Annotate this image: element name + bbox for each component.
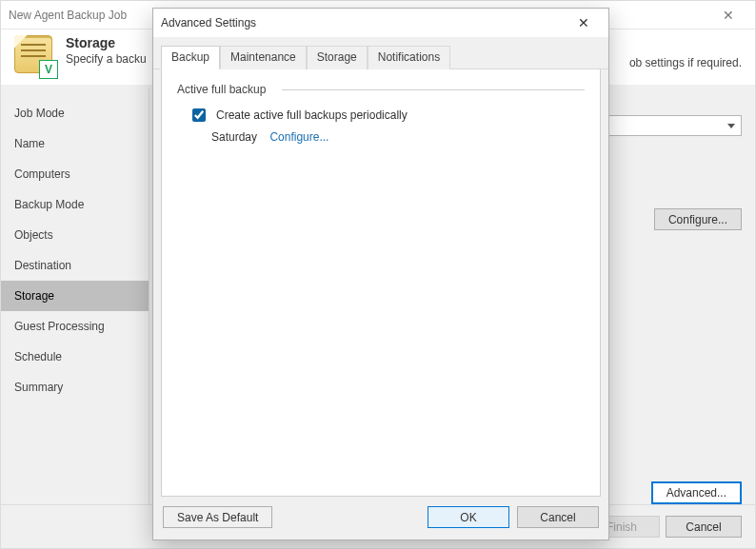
nav-item-summary[interactable]: Summary <box>1 372 149 402</box>
nav-item-guest-processing[interactable]: Guest Processing <box>1 311 149 342</box>
active-full-backup-group: Active full backup Create active full ba… <box>177 83 585 144</box>
wizard-nav: Job Mode Name Computers Backup Mode Obje… <box>1 88 149 504</box>
ok-button[interactable]: OK <box>428 506 509 528</box>
nav-item-name[interactable]: Name <box>1 128 149 159</box>
tab-backup[interactable]: Backup <box>161 46 220 69</box>
nav-item-destination[interactable]: Destination <box>1 250 149 281</box>
page-subtitle-right: ob settings if required. <box>629 56 742 69</box>
save-as-default-button[interactable]: Save As Default <box>163 506 272 528</box>
advanced-button[interactable]: Advanced... <box>651 481 742 504</box>
document-icon: V <box>14 35 56 77</box>
schedule-day: Saturday <box>211 130 257 144</box>
nav-item-objects[interactable]: Objects <box>1 220 149 250</box>
nav-item-schedule[interactable]: Schedule <box>1 342 149 372</box>
dialog-body: Active full backup Create active full ba… <box>161 69 601 497</box>
close-icon[interactable]: ✕ <box>709 8 747 23</box>
schedule-configure-link[interactable]: Configure... <box>269 130 328 144</box>
periodic-full-backup-label: Create active full backups periodically <box>216 108 408 122</box>
nav-item-computers[interactable]: Computers <box>1 159 149 189</box>
dialog-tabs: Backup Maintenance Storage Notifications <box>153 37 608 69</box>
schedule-row: Saturday Configure... <box>211 130 585 144</box>
page-subtitle: Specify a backu <box>66 52 147 66</box>
dialog-cancel-button[interactable]: Cancel <box>517 506 599 528</box>
page-title: Storage <box>66 35 147 50</box>
nav-item-backup-mode[interactable]: Backup Mode <box>1 189 149 220</box>
tab-maintenance[interactable]: Maintenance <box>220 46 307 69</box>
v-badge-icon: V <box>39 60 58 79</box>
nav-item-storage[interactable]: Storage <box>1 281 149 311</box>
advanced-settings-dialog: Advanced Settings ✕ Backup Maintenance S… <box>152 8 609 540</box>
configure-button[interactable]: Configure... <box>654 208 742 230</box>
nav-item-job-mode[interactable]: Job Mode <box>1 98 149 128</box>
group-title: Active full backup <box>177 83 585 96</box>
cancel-button[interactable]: Cancel <box>666 516 742 538</box>
tab-notifications[interactable]: Notifications <box>368 46 450 69</box>
dialog-title: Advanced Settings <box>161 16 567 29</box>
periodic-full-backup-checkbox[interactable]: Create active full backups periodically <box>189 106 585 125</box>
dialog-titlebar: Advanced Settings ✕ <box>153 9 608 37</box>
wizard-heading: Storage Specify a backu <box>66 35 147 66</box>
close-icon[interactable]: ✕ <box>567 15 601 30</box>
tab-storage[interactable]: Storage <box>307 46 368 69</box>
dialog-footer: Save As Default OK Cancel <box>153 497 608 539</box>
periodic-full-backup-input[interactable] <box>192 108 206 122</box>
